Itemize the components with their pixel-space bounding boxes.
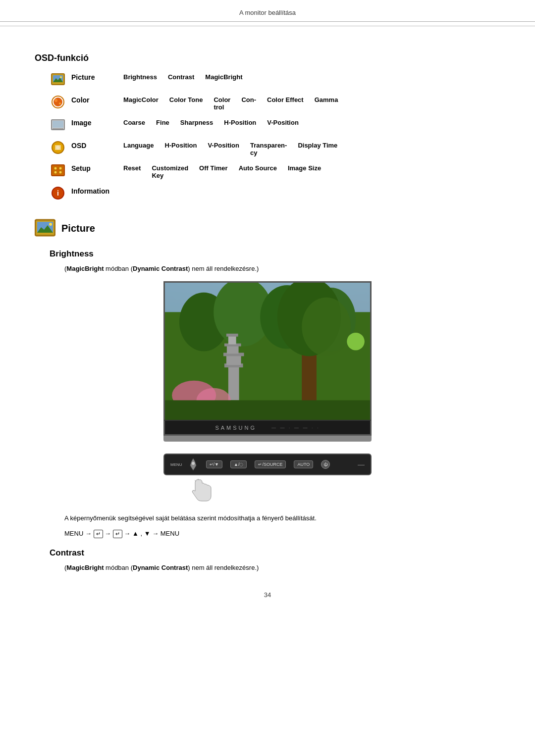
osd-row-osd: OSD Language H-Position V-Position Trans… <box>50 141 500 158</box>
power-button[interactable]: ⏻ <box>321 460 330 469</box>
ctrl-btn-1[interactable]: ↵/▼ <box>206 460 222 468</box>
svg-rect-36 <box>226 355 241 365</box>
osd-label-setup: Setup <box>71 163 123 172</box>
information-icon: i <box>50 186 66 200</box>
brightness-title: Brightness <box>50 249 500 259</box>
svg-point-7 <box>59 102 61 104</box>
color-icon <box>50 95 66 109</box>
osd-item: Fine <box>156 119 169 126</box>
svg-point-6 <box>54 99 57 102</box>
osd-item: MagicBright <box>205 73 242 81</box>
osd-item: Coarse <box>123 119 145 126</box>
picture-icon-large <box>35 219 55 238</box>
menu-nav: MENU → ↵ → ↵ → ▲ , ▼ → MENU <box>64 530 500 538</box>
osd-icon <box>50 141 66 154</box>
hand-pointer <box>187 477 372 504</box>
svg-point-45 <box>347 333 365 351</box>
brightness-desc: A képernyőmenük segítségével saját belát… <box>64 513 500 524</box>
osd-item: Sharpness <box>180 119 213 126</box>
page-number: 34 <box>35 591 500 599</box>
osd-items-image: Coarse Fine Sharpness H-Position V-Posit… <box>123 118 299 126</box>
osd-items-osd: Language H-Position V-Position Transpare… <box>123 141 337 156</box>
osd-row-information: i Information <box>50 186 500 204</box>
osd-item: Con- <box>241 96 256 111</box>
osd-item: Off Timer <box>199 164 228 179</box>
arrow-down-indicator <box>188 457 198 471</box>
menu-label: MENU <box>170 462 182 467</box>
svg-point-16 <box>59 167 62 170</box>
osd-label-image: Image <box>71 118 123 127</box>
svg-rect-34 <box>228 366 239 400</box>
osd-item: Color Effect <box>267 96 304 111</box>
svg-point-13 <box>56 146 60 150</box>
monitor-screen <box>163 281 372 420</box>
osd-row-setup: Setup Reset CustomizedKey Off Timer Auto… <box>50 163 500 181</box>
picture-title: Picture <box>61 223 95 234</box>
svg-text:i: i <box>57 189 59 197</box>
contrast-title: Contrast <box>50 548 500 558</box>
osd-item: Auto Source <box>239 164 277 179</box>
header-title: A monitor beállítása <box>239 9 296 16</box>
osd-label-color: Color <box>71 95 123 104</box>
ctrl-dash: — <box>358 460 365 468</box>
monitor-image: SAMSUNG — — · — — · · <box>163 281 372 442</box>
osd-item: Image Size <box>288 164 321 179</box>
image-icon <box>50 118 66 132</box>
monitor-stand <box>163 436 372 442</box>
osd-items-color: MagicColor Color Tone Colortrol Con- Col… <box>123 95 338 111</box>
osd-row-picture: Picture Brightness Contrast MagicBright <box>50 72 500 90</box>
control-panel-container: MENU ↵/▼ ▲/◌ ↵/SOURCE AUTO ⏻ — <box>163 454 372 504</box>
osd-item: H-Position <box>164 142 197 156</box>
svg-rect-9 <box>53 121 63 128</box>
osd-items-picture: Brightness Contrast MagicBright <box>123 72 242 81</box>
osd-label-picture: Picture <box>71 72 123 81</box>
setup-icon <box>50 163 66 177</box>
osd-item: Color Tone <box>169 96 203 111</box>
osd-item: Contrast <box>168 73 194 81</box>
svg-point-33 <box>302 298 351 356</box>
monitor-bezel: SAMSUNG — — · — — · · <box>163 420 372 436</box>
svg-point-3 <box>60 76 62 78</box>
osd-items-setup: Reset CustomizedKey Off Timer Auto Sourc… <box>123 163 321 179</box>
svg-rect-38 <box>227 346 239 354</box>
osd-item: Brightness <box>123 73 157 81</box>
osd-table: Picture Brightness Contrast MagicBright … <box>50 72 500 204</box>
page-header: A monitor beállítása <box>0 0 535 22</box>
svg-point-46 <box>192 462 195 465</box>
brightness-note: (MagicBright módban (Dynamic Contrast) n… <box>64 265 500 272</box>
svg-point-5 <box>54 98 62 106</box>
osd-item: Transparen-cy <box>250 142 287 156</box>
ctrl-btn-3[interactable]: ↵/SOURCE <box>255 460 286 468</box>
svg-rect-44 <box>165 400 370 420</box>
osd-item: Gamma <box>315 96 338 111</box>
osd-item: V-Position <box>267 119 299 126</box>
picture-icon <box>50 72 66 86</box>
ctrl-btn-auto[interactable]: AUTO <box>294 460 313 468</box>
svg-rect-14 <box>52 165 64 176</box>
osd-row-image: Image Coarse Fine Sharpness H-Position V… <box>50 118 500 136</box>
osd-item: Display Time <box>298 142 337 156</box>
osd-section-title: OSD-funkció <box>35 53 500 63</box>
osd-item: Reset <box>123 164 141 179</box>
ctrl-btn-2[interactable]: ▲/◌ <box>230 460 247 468</box>
osd-item: Colortrol <box>214 96 230 111</box>
osd-label-information: Information <box>71 186 123 195</box>
page-content: OSD-funkció Picture Brightness Contrast … <box>0 38 535 623</box>
osd-label-osd: OSD <box>71 141 123 150</box>
osd-item: CustomizedKey <box>152 164 188 179</box>
contrast-note: (MagicBright módban (Dynamic Contrast) n… <box>64 564 500 571</box>
svg-rect-40 <box>228 336 236 345</box>
svg-rect-41 <box>226 334 238 337</box>
osd-item: Language <box>123 142 154 156</box>
svg-point-15 <box>54 167 57 170</box>
osd-item: H-Position <box>224 119 256 126</box>
svg-point-17 <box>54 171 57 174</box>
osd-item: V-Position <box>208 142 239 156</box>
osd-row-color: Color MagicColor Color Tone Colortrol Co… <box>50 95 500 113</box>
picture-section-heading: Picture <box>35 219 500 238</box>
svg-point-18 <box>59 171 62 174</box>
osd-item: MagicColor <box>123 96 159 111</box>
control-panel: MENU ↵/▼ ▲/◌ ↵/SOURCE AUTO ⏻ — <box>163 454 372 475</box>
svg-point-24 <box>49 223 52 226</box>
